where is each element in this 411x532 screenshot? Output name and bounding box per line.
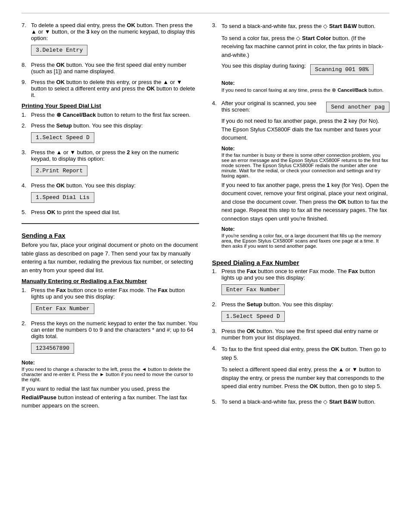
list-item: 3. Press the ▲ or ▼ button, or press the… <box>22 149 199 178</box>
lcd-display: 1234567890 <box>31 343 74 354</box>
item-content: Press the Fax button once to enter Fax m… <box>221 268 389 297</box>
note-label-2: Note: <box>221 226 389 232</box>
item-content: Press the keys on the numeric keypad to … <box>31 320 199 355</box>
item-num: 1. <box>22 112 31 118</box>
item-num: 5. <box>22 209 31 215</box>
list-item: 8. Press the OK button. You see the firs… <box>22 62 199 75</box>
item-text: To delete a speed dial entry, press the … <box>31 22 195 41</box>
item-num: 7. <box>22 22 31 28</box>
item-num: 4. <box>212 100 221 106</box>
item-content: After your original is scanned, you see … <box>221 100 389 251</box>
right-column: 3. To send a black-and-white fax, press … <box>212 22 389 414</box>
item-num: 2. <box>22 122 31 129</box>
item-num: 1. <box>212 268 221 274</box>
lcd-display: 1.Select Speed D <box>31 132 94 143</box>
item-num: 5. <box>212 398 221 405</box>
item-num: 3. <box>212 22 221 28</box>
item-content: Press the OK button to delete this entry… <box>31 79 199 98</box>
manually-list: 1. Press the Fax button once to enter Fa… <box>22 287 199 355</box>
sending-fax-heading: Sending a Fax <box>22 232 199 239</box>
list-item: 4. After your original is scanned, you s… <box>212 100 389 251</box>
more-pages-para: If you need to fax another page, press t… <box>221 181 389 223</box>
item-num: 4. <box>212 345 221 352</box>
item-content: To fax to the first speed dial entry, pr… <box>221 345 389 394</box>
lcd-display: Scanning 001 98% <box>310 64 374 75</box>
section-divider <box>22 223 199 224</box>
item-content: To send a black-and-white fax, press the… <box>221 398 389 405</box>
step4-text: To fax to the first speed dial entry, pr… <box>221 345 389 362</box>
step4b-text: To select a different speed dial entry, … <box>221 365 389 391</box>
item-text: Press the OK button to delete this entry… <box>31 79 195 98</box>
note-text: If you need to change a character to the… <box>22 367 199 382</box>
note-label: Note: <box>22 360 199 366</box>
item-content: Press the OK button. You see this displa… <box>31 182 199 205</box>
item-content: Press the Fax button once to enter Fax m… <box>31 287 199 316</box>
list-item: 5. To send a black-and-white fax, press … <box>212 398 389 405</box>
item-content: To delete a speed dial entry, press the … <box>31 22 199 57</box>
list-item: 5. Press OK to print the speed dial list… <box>22 209 199 215</box>
item-content: Press the OK button. You see the first s… <box>221 328 389 341</box>
note-text-2: If you're sending a color fax, or a larg… <box>221 233 389 249</box>
right-top-list: 3. To send a black-and-white fax, press … <box>212 22 389 251</box>
item-content: Press the Setup button. You see this dis… <box>221 301 389 324</box>
lcd-display: 1.Speed Dial Lis <box>31 192 94 203</box>
left-column: 7. To delete a speed dial entry, press t… <box>22 22 199 414</box>
lcd-display: Send another pag <box>326 102 389 112</box>
item-text: Press the OK button. You see the first s… <box>31 62 187 75</box>
item-content: Press the ⊗ Cancel/Back button to return… <box>31 112 199 118</box>
item-content: Press the ▲ or ▼ button, or press the 2 … <box>31 149 199 178</box>
item-num: 3. <box>22 149 31 156</box>
item-num: 2. <box>22 320 31 327</box>
redial-para: If you want to redial the last fax numbe… <box>22 385 199 410</box>
lcd-display: Enter Fax Number <box>221 284 285 295</box>
list-item: 7. To delete a speed dial entry, press t… <box>22 22 199 57</box>
item-num: 3. <box>212 328 221 334</box>
note-text: If you need to cancel faxing at any time… <box>221 87 389 93</box>
printing-list: 1. Press the ⊗ Cancel/Back button to ret… <box>22 112 199 215</box>
list-item: 1. Press the ⊗ Cancel/Back button to ret… <box>22 112 199 118</box>
speed-dial-list: 1. Press the Fax button once to enter Fa… <box>212 268 389 405</box>
list-item: 1. Press the Fax button once to enter Fa… <box>212 268 389 297</box>
note-label: Note: <box>221 80 389 86</box>
list-item: 3. Press the OK button. You see the firs… <box>212 328 389 341</box>
lcd-display: 2.Print Report <box>31 165 87 176</box>
note-text: If the fax number is busy or there is so… <box>221 152 389 178</box>
color-para: To send a color fax, press the ◇ Start C… <box>221 34 389 59</box>
item-content: Press OK to print the speed dial list. <box>31 209 199 215</box>
list-item: 1. Press the Fax button once to enter Fa… <box>22 287 199 316</box>
list-item: 3. To send a black-and-white fax, press … <box>212 22 389 96</box>
item-num: 9. <box>22 79 31 85</box>
sending-fax-intro: Before you fax, place your original docu… <box>22 241 199 274</box>
list-item: 2. Press the Setup button. You see this … <box>22 122 199 145</box>
item-content: Press the OK button. You see the first s… <box>31 62 199 75</box>
item-num: 2. <box>212 301 221 308</box>
item-num: 4. <box>22 182 31 189</box>
list-item: 2. Press the Setup button. You see this … <box>212 301 389 324</box>
top-rule <box>22 13 389 13</box>
lcd-display: Enter Fax Number <box>31 303 94 314</box>
delete-entry-list: 7. To delete a speed dial entry, press t… <box>22 22 199 98</box>
lcd-display: 3.Delete Entry <box>31 45 87 56</box>
item-num: 1. <box>22 287 31 293</box>
bw-para: To send a black-and-white fax, press the… <box>221 22 389 31</box>
no-more-pages-para: If you do not need to fax another page, … <box>221 117 389 142</box>
lcd-display: 1.Select Speed D <box>221 311 285 322</box>
printing-subheading: Printing Your Speed Dial List <box>22 103 199 109</box>
list-item: 4. To fax to the first speed dial entry,… <box>212 345 389 394</box>
note-label: Note: <box>221 146 389 152</box>
list-item: 4. Press the OK button. You see this dis… <box>22 182 199 205</box>
main-content: 7. To delete a speed dial entry, press t… <box>22 22 389 414</box>
item-num: 8. <box>22 62 31 68</box>
speed-dial-heading: Speed Dialing a Fax Number <box>212 259 389 266</box>
scanned-label: After your original is scanned, you see … <box>221 100 322 113</box>
list-item: 9. Press the OK button to delete this en… <box>22 79 199 98</box>
faxing-label: You see this display during faxing: <box>221 62 306 69</box>
manually-subheading: Manually Entering or Redialing a Fax Num… <box>22 278 199 284</box>
item-content: To send a black-and-white fax, press the… <box>221 22 389 96</box>
item-content: Press the Setup button. You see this dis… <box>31 122 199 145</box>
list-item: 2. Press the keys on the numeric keypad … <box>22 320 199 355</box>
